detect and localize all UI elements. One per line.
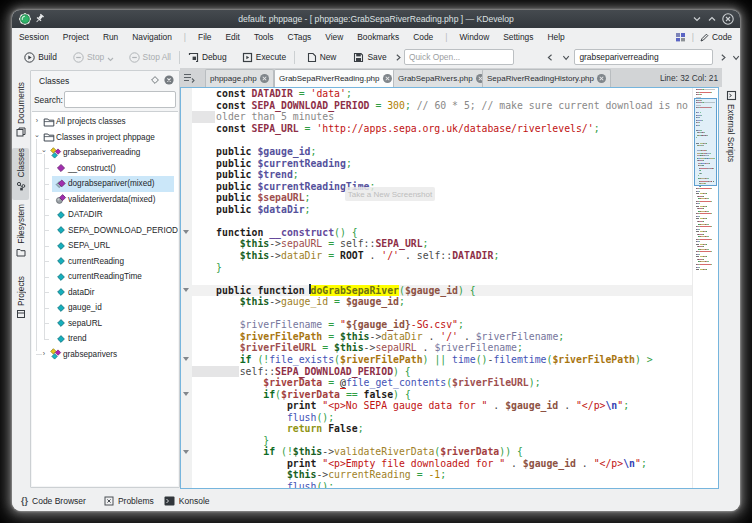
tab-grabseparivers-php[interactable]: GrabSepaRivers.php [393,69,490,87]
tab-label: GrabSepaRivers.php [398,74,473,83]
tree-item-sepaurl[interactable]: sepaURL [32,316,178,332]
code-editor[interactable]: const DATADIR = 'data'; const SEPA_DOWNL… [180,87,719,489]
code-line: if($riverData == false) { [192,389,693,401]
minimap-viewport[interactable] [694,98,717,186]
menu-session[interactable]: Session [12,30,56,44]
member-icon [55,224,67,236]
menu-code[interactable]: Code [406,30,440,44]
sidebar-item-documents[interactable]: Documents [12,82,29,144]
menu-ctags[interactable]: CTags [281,30,319,44]
fold-arrow-icon[interactable] [183,288,189,292]
new-button[interactable]: New [303,49,341,66]
code-line: public function doGrabSepaRiver($gauge_i… [192,285,693,297]
sidebar-item-classes[interactable]: Classes [12,148,29,200]
bottom-dock-konsole[interactable]: Konsole [164,496,210,506]
stop-button[interactable]: Stop [69,49,118,66]
sidebar-item-filesystem[interactable]: Filesystem [12,204,29,272]
collapse-arrow-icon[interactable]: ⌄ [40,146,48,154]
code-line: print "<p>No SEPA gauge data for " . $ga… [192,400,693,412]
document-list-icon[interactable] [183,72,195,84]
tree-item-datadir[interactable]: dataDir [32,285,178,301]
menu-settings[interactable]: Settings [496,30,540,44]
build-button[interactable]: Build [20,49,61,66]
tree-guide [44,292,50,293]
tree-item-classes-in-project-phppage[interactable]: ⌄Classes in project phppage [32,130,178,146]
bottom-dock-code-browser[interactable]: {}Code Browser [21,496,86,506]
menu-file[interactable]: File [191,30,219,44]
menu-project[interactable]: Project [56,30,96,44]
tab-separiverreadinghistory-php[interactable]: SepaRiverReadingHistory.php [482,69,611,87]
save-button[interactable]: Save [349,49,390,66]
tree-item-currentreadingtime[interactable]: currentReadingTime [32,269,178,285]
tree-item-label: All projects classes [56,117,126,126]
tree-item-grabseparivers[interactable]: ›grabseparivers [32,347,178,363]
expand-icon[interactable] [562,54,570,61]
code-session-label[interactable]: Code [709,30,736,44]
code-line: flush(); [192,481,693,488]
fold-arrow-icon[interactable] [183,392,189,396]
stop-all-button[interactable]: Stop All [125,49,175,66]
classes-label: Classes [16,148,26,178]
sidebar-item-external-scripts[interactable]: External Scripts [723,90,739,162]
prev-icon[interactable] [547,53,553,62]
tree-item-sepa_download_period[interactable]: SEPA_DOWNLOAD_PERIOD [32,223,178,239]
member-icon [55,302,67,314]
symbol-search-input[interactable]: grabsepariverreading [574,49,713,65]
stop-dropdown-icon [107,57,114,62]
class-search-input[interactable] [64,91,176,108]
fold-arrow-icon[interactable] [183,450,189,454]
expand-arrow-icon[interactable]: › [40,350,48,357]
menu-run[interactable]: Run [96,30,125,44]
toolbar-overflow-icon[interactable] [395,53,401,62]
tree-item-__construct-[interactable]: __construct() [32,161,178,177]
minimize-button[interactable] [690,12,704,26]
toolbar: Build Stop Stop All [12,46,740,68]
class-icon [50,348,62,360]
tree-item-validateriverdata-mixed-[interactable]: validateriverdata(mixed) [32,192,178,208]
folder-icon [43,116,55,128]
next-icon[interactable] [720,53,726,62]
code-area[interactable]: const DATADIR = 'data'; const SEPA_DOWNL… [192,88,693,488]
menu-edit[interactable]: Edit [219,30,247,44]
tab-close-icon[interactable] [383,74,392,83]
tab-close-icon[interactable] [260,74,269,83]
menu-view[interactable]: View [318,30,350,44]
tree-item-currentreading[interactable]: currentReading [32,254,178,270]
menu-help[interactable]: Help [540,30,571,44]
external-scripts-label: External Scripts [726,104,736,162]
quick-open-input[interactable]: Quick Open... [404,49,514,65]
method-icon [55,178,67,190]
close-button[interactable] [721,12,735,26]
tree-item-datadir[interactable]: DATADIR [32,207,178,223]
fold-arrow-icon[interactable] [183,230,189,234]
minimap-scrollbar[interactable] [692,88,718,488]
menu-bookmarks[interactable]: Bookmarks [350,30,406,44]
menu-navigation[interactable]: Navigation [125,30,179,44]
close-panel-icon[interactable] [164,75,174,85]
tree-item-gauge_id[interactable]: gauge_id [32,300,178,316]
tree-guide [44,308,50,309]
dropdown-icon[interactable] [732,54,740,61]
tree-item-all-projects-classes[interactable]: ›All projects classes [32,114,178,130]
tab-grabsepariverreading-php[interactable]: GrabSepaRiverReading.php [274,69,397,87]
tree-item-label: validateriverdata(mixed) [68,195,155,204]
tree-item-dograbsepariver-mixed-[interactable]: dograbsepariver(mixed) [32,176,178,192]
tree-item-grabsepariverreading[interactable]: ⌄grabsepariverreading [32,145,178,161]
maximize-button[interactable] [705,12,719,26]
collapse-arrow-icon[interactable]: ⌄ [33,131,41,139]
tree-item-trend[interactable]: trend [32,331,178,347]
sidebar-item-projects[interactable]: Projects [12,276,29,326]
code-line: $riverData = @file_get_contents($riverFi… [192,377,693,389]
tree-item-sepa_url[interactable]: SEPA_URL [32,238,178,254]
tab-phppage-php[interactable]: phppage.php [205,69,274,87]
execute-button[interactable]: Execute [238,49,290,66]
fold-arrow-icon[interactable] [183,357,189,361]
float-panel-icon[interactable] [151,76,159,84]
tab-close-icon[interactable] [597,74,606,83]
activities-icon[interactable] [675,32,686,42]
expand-arrow-icon[interactable]: › [33,117,41,124]
menu-window[interactable]: Window [452,30,496,44]
debug-button[interactable]: Debug [184,49,231,66]
bottom-dock-problems[interactable]: Problems [104,496,154,506]
menu-tools[interactable]: Tools [247,30,281,44]
